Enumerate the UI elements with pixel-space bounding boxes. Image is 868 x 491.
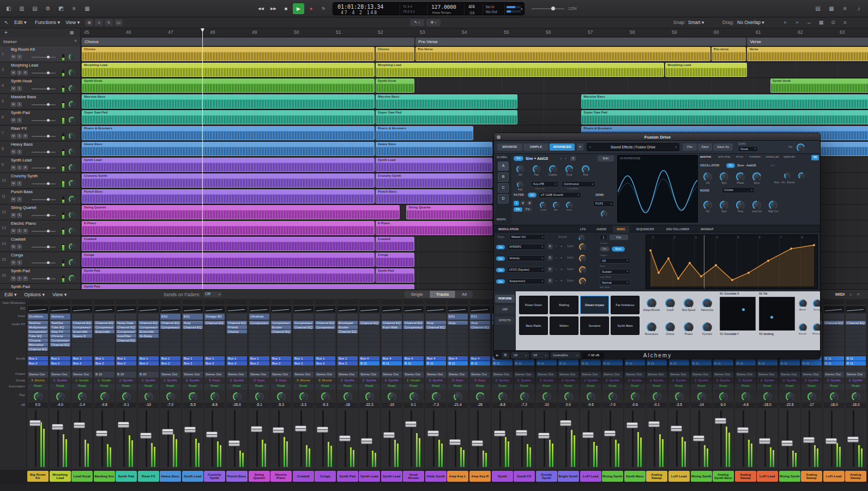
track-volume-slider[interactable] — [32, 231, 56, 232]
perf-knob-attack[interactable] — [799, 300, 807, 308]
library-icon[interactable]: ▥ — [16, 4, 27, 14]
audio-fx-slot[interactable]: Noise Gate — [116, 321, 136, 325]
region-pre-verse-3[interactable]: Pre-verse — [712, 47, 746, 61]
eq-thumbnail[interactable] — [249, 306, 269, 313]
send-slot[interactable] — [824, 366, 844, 370]
input-slot[interactable] — [382, 314, 402, 320]
group-slot[interactable]: 2: Synths — [581, 379, 601, 384]
strip-name-3[interactable]: Lead Vocal — [71, 471, 93, 482]
fader-handle[interactable] — [803, 437, 815, 443]
eq-thumbnail[interactable] — [382, 306, 402, 313]
send-slot[interactable]: Bus 2 — [204, 361, 225, 366]
send-slot[interactable] — [691, 366, 712, 370]
region-e-piano-1[interactable]: E-Piano — [376, 221, 492, 235]
mseg-on-button[interactable]: On — [600, 247, 610, 252]
source-knob-vol[interactable] — [516, 165, 524, 173]
group-slot[interactable]: 2: Synths — [625, 379, 645, 384]
region-conga-0[interactable]: Conga — [82, 253, 375, 267]
region-e-piano-0[interactable]: E-Piano — [82, 221, 375, 235]
strip-name-31[interactable]: Rising Synth — [691, 471, 712, 482]
audio-fx-slot[interactable] — [382, 347, 402, 351]
fader-handle[interactable] — [472, 440, 483, 446]
osc-knob-sym[interactable] — [720, 172, 728, 181]
pan-knob[interactable] — [432, 392, 441, 401]
cycle-button[interactable]: ↻ — [318, 3, 329, 14]
audio-fx-slot[interactable] — [249, 347, 269, 351]
send-slot[interactable]: B 11 — [403, 361, 424, 366]
output-slot[interactable]: Stereo Out — [426, 372, 446, 378]
audio-fx-slot[interactable]: Channel EQ — [116, 325, 136, 329]
send-slot[interactable]: Bus 2 — [183, 361, 203, 366]
region-conga-1[interactable]: Conga — [376, 253, 414, 267]
audio-fx-slot[interactable] — [448, 338, 468, 342]
track-s-button[interactable]: S — [17, 165, 22, 170]
noise-knob-low-cut[interactable] — [752, 201, 761, 209]
perf-knob-phaser[interactable] — [684, 322, 694, 332]
track-pan-knob[interactable] — [69, 101, 75, 107]
send-slot[interactable] — [537, 366, 557, 370]
settings-button[interactable]: ⚙ — [502, 352, 509, 358]
track-pan-knob[interactable] — [69, 275, 75, 282]
track-volume-slider[interactable] — [32, 73, 56, 74]
automation-slot[interactable]: Read — [448, 384, 468, 390]
track-volume-slider[interactable] — [32, 183, 56, 184]
strip-name-20[interactable]: Amp Key L — [447, 471, 468, 482]
perf-knob-chorus[interactable] — [665, 322, 675, 332]
mseg-index[interactable]: 1 — [600, 235, 607, 240]
send-slot[interactable]: Bus 4 — [448, 356, 468, 361]
input-slot[interactable] — [116, 314, 136, 320]
fader-handle[interactable] — [847, 436, 859, 442]
send-slot[interactable]: B 11 — [691, 361, 712, 366]
audio-fx-slot[interactable] — [293, 351, 314, 355]
ruler-tool-icon-5[interactable]: ≡ — [841, 19, 849, 26]
strip-name-1[interactable]: Big Room Kit — [27, 471, 49, 482]
output-slot[interactable]: Stereo Out — [736, 372, 756, 378]
output-slot[interactable]: Stereo Out — [691, 372, 712, 378]
audio-fx-slot[interactable] — [249, 334, 269, 338]
group-slot[interactable]: 2: Synths — [558, 379, 578, 384]
ruler-tool-icon-3[interactable]: ▦ — [817, 19, 825, 26]
sends-on-faders-select[interactable]: Off▾ — [203, 291, 222, 298]
strip-name-21[interactable]: Amp Key R — [469, 471, 491, 482]
automation-slot[interactable]: Read — [426, 384, 446, 390]
audio-fx-slot[interactable] — [448, 325, 468, 329]
region-massive-bass-0[interactable]: Massive Bass — [82, 94, 375, 109]
audio-fx-slot[interactable] — [204, 347, 225, 351]
send-slot[interactable]: Bus 1 — [183, 356, 203, 361]
track-pan-knob[interactable] — [69, 180, 75, 187]
audio-fx-slot[interactable] — [403, 338, 424, 342]
pan-knob[interactable] — [697, 392, 706, 401]
mod-depth-knob-1[interactable] — [579, 243, 586, 250]
target-select[interactable]: Master Vol▾ — [509, 234, 545, 240]
loops-icon[interactable]: ♪ — [853, 4, 864, 14]
track-header-big-room-kit-0[interactable]: 1Big Room KitMS — [0, 46, 81, 62]
mod-on-3[interactable]: On — [496, 268, 505, 272]
play-button[interactable]: ▶ — [293, 3, 304, 14]
region-synth-lead-0[interactable]: Synth Lead — [82, 158, 375, 172]
audio-fx-slot[interactable] — [426, 334, 446, 338]
input-slot[interactable] — [337, 314, 358, 320]
audio-fx-slot[interactable] — [72, 338, 92, 342]
automation-slot[interactable]: Read — [736, 384, 756, 390]
audio-fx-slot[interactable] — [293, 347, 314, 351]
noise-knob-high-cut[interactable] — [769, 201, 777, 209]
send-slot[interactable] — [426, 366, 446, 370]
osc-detune-knob[interactable] — [784, 172, 791, 179]
fader-handle[interactable] — [693, 435, 704, 441]
filter-knob-res[interactable] — [553, 202, 559, 208]
track-volume-slider[interactable] — [32, 152, 56, 153]
audio-fx-slot[interactable] — [72, 347, 92, 351]
eq-thumbnail[interactable] — [359, 306, 379, 313]
track-header-conga-13[interactable]: 15CongaMS — [0, 252, 81, 268]
audio-fx-slot[interactable] — [94, 351, 114, 355]
region-synth-pad-0[interactable]: Synth Pad — [82, 268, 375, 283]
fader-handle[interactable] — [273, 427, 284, 433]
fader-handle[interactable] — [626, 422, 638, 428]
automation-slot[interactable]: Read — [271, 384, 291, 390]
fader-handle[interactable] — [538, 433, 550, 439]
mod-curve-1[interactable]: E — [547, 244, 553, 249]
fader-handle[interactable] — [251, 426, 262, 432]
automation-slot[interactable]: Read — [94, 384, 114, 390]
perf-knob-decay[interactable] — [813, 300, 821, 308]
strip-name-8[interactable]: Synth Lead — [182, 471, 203, 482]
